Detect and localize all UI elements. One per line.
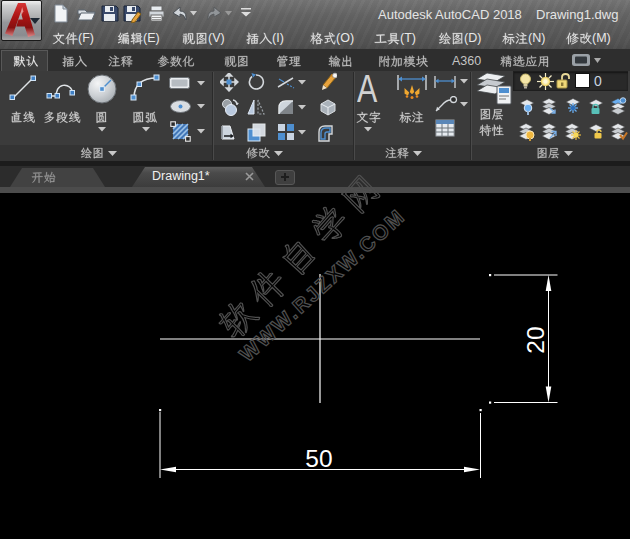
svg-text:20: 20 <box>522 326 549 353</box>
svg-text:50: 50 <box>305 445 332 472</box>
